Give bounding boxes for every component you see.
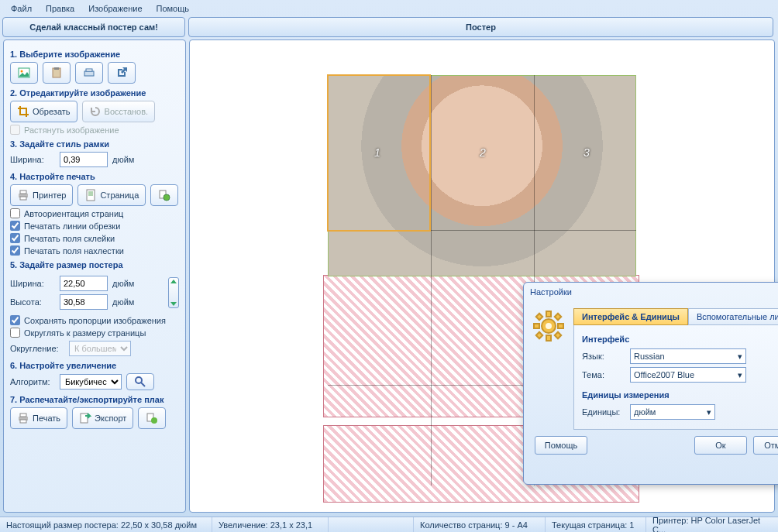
round-page-label: Округлять к размеру страницы bbox=[24, 328, 146, 338]
round-page-checkbox[interactable] bbox=[10, 328, 20, 338]
svg-point-28 bbox=[546, 323, 552, 329]
status-pages: Количество страниц: 9 - A4 bbox=[414, 517, 546, 532]
print-button[interactable]: Печать bbox=[10, 407, 67, 429]
page-btn-label: Страница bbox=[100, 190, 139, 200]
export-button[interactable]: Экспорт bbox=[72, 407, 133, 429]
svg-rect-20 bbox=[546, 311, 551, 317]
tab-interface-units[interactable]: Интерфейс & Единицы bbox=[573, 308, 688, 325]
svg-rect-22 bbox=[534, 324, 539, 328]
printer-icon bbox=[17, 412, 29, 424]
glue-margins-row[interactable]: Печатать поля склейки bbox=[10, 233, 179, 243]
svg-rect-4 bbox=[84, 71, 94, 76]
step5-title: 5. Задайте размер постера bbox=[10, 260, 179, 269]
svg-rect-7 bbox=[20, 190, 26, 194]
rounding-label: Округление: bbox=[10, 344, 64, 353]
poster-tab-button[interactable]: Постер bbox=[188, 17, 773, 37]
page-number: 3 bbox=[584, 146, 590, 159]
group-interface: Интерфейс bbox=[582, 335, 778, 344]
cut-lines-checkbox[interactable] bbox=[10, 221, 20, 231]
stretch-checkbox-row[interactable]: Растянуть изображение bbox=[10, 125, 179, 135]
units-select[interactable]: дюйм▾ bbox=[630, 404, 715, 420]
poster-width-input[interactable] bbox=[60, 276, 108, 291]
svg-rect-21 bbox=[546, 335, 551, 341]
undo-icon bbox=[89, 105, 102, 118]
step3-title: 3. Задайте стиль рамки bbox=[10, 139, 179, 149]
grid-line-vertical bbox=[431, 75, 432, 486]
menu-help[interactable]: Помощь bbox=[150, 2, 196, 15]
tab-aux-lines[interactable]: Вспомогательные линии bbox=[688, 308, 778, 325]
promo-button[interactable]: Сделай классный постер сам! bbox=[2, 17, 185, 37]
scanner-icon bbox=[83, 67, 95, 79]
export-btn-label: Экспорт bbox=[95, 414, 126, 423]
poster-height-input[interactable] bbox=[60, 294, 108, 310]
crop-label: Обрезать bbox=[33, 107, 71, 116]
lang-select[interactable]: Russian▾ bbox=[630, 348, 746, 364]
chevron-down-icon: ▾ bbox=[707, 407, 711, 417]
export-settings-button[interactable] bbox=[138, 407, 166, 429]
restore-button[interactable]: Восстанов. bbox=[82, 101, 156, 122]
status-spacer bbox=[329, 517, 414, 532]
crop-button[interactable]: Обрезать bbox=[10, 101, 77, 122]
svg-rect-16 bbox=[81, 414, 88, 423]
status-real-size: Настоящий размер постера: 22,50 x 30,58 … bbox=[0, 517, 212, 532]
size-spinner[interactable] bbox=[168, 277, 179, 308]
cut-lines-row[interactable]: Печатать линии обрезки bbox=[10, 221, 179, 231]
auto-orient-row[interactable]: Автоориентация страниц bbox=[10, 208, 179, 218]
keep-aspect-row[interactable]: Сохранять пропорции изображения bbox=[10, 315, 179, 325]
poster-width-label: Ширина: bbox=[10, 279, 55, 288]
group-units: Единицы измерения bbox=[582, 390, 778, 400]
clipboard-icon bbox=[50, 67, 63, 79]
menu-file[interactable]: Файл bbox=[5, 2, 38, 15]
keep-aspect-checkbox[interactable] bbox=[10, 315, 20, 325]
page-gear-icon bbox=[146, 412, 158, 424]
frame-width-unit: дюйм bbox=[112, 155, 134, 164]
frame-width-label: Ширина: bbox=[10, 155, 55, 164]
magnifier-icon bbox=[134, 376, 146, 388]
auto-orient-checkbox[interactable] bbox=[10, 208, 20, 218]
page-settings-button[interactable] bbox=[150, 184, 178, 206]
page-number: 2 bbox=[480, 146, 486, 159]
svg-rect-26 bbox=[536, 332, 542, 338]
theme-label: Тема: bbox=[582, 370, 624, 379]
chevron-down-icon: ▾ bbox=[738, 370, 742, 380]
dialog-cancel-button[interactable]: Отмена bbox=[753, 436, 778, 455]
round-page-row[interactable]: Округлять к размеру страницы bbox=[10, 328, 179, 338]
stretch-checkbox[interactable] bbox=[10, 125, 20, 135]
rounding-select[interactable]: К большем bbox=[69, 341, 131, 356]
dialog-help-button[interactable]: Помощь bbox=[535, 436, 587, 455]
step1-title: 1. Выберите изображение bbox=[10, 50, 179, 59]
open-image-button[interactable] bbox=[10, 62, 38, 84]
zoom-preview-button[interactable] bbox=[126, 373, 154, 390]
recent-image-button[interactable] bbox=[108, 62, 136, 84]
svg-point-12 bbox=[136, 377, 142, 383]
glue-margins-checkbox[interactable] bbox=[10, 233, 20, 243]
paste-image-button[interactable] bbox=[43, 62, 71, 84]
scan-image-button[interactable] bbox=[75, 62, 103, 84]
stretch-label: Растянуть изображение bbox=[24, 125, 119, 135]
menu-edit[interactable]: Правка bbox=[40, 2, 81, 15]
overlap-row[interactable]: Печатать поля нахлестки bbox=[10, 245, 179, 256]
chevron-down-icon: ▾ bbox=[738, 352, 742, 362]
svg-point-1 bbox=[21, 70, 23, 73]
page-button[interactable]: Страница bbox=[77, 184, 146, 206]
svg-rect-3 bbox=[54, 67, 59, 70]
algo-select[interactable]: Бикубическ bbox=[60, 374, 122, 390]
menu-image[interactable]: Изображение bbox=[82, 2, 148, 15]
status-printer: Принтер: HP Color LaserJet C... bbox=[646, 517, 778, 532]
step6-title: 6. Настройте увеличение bbox=[10, 361, 179, 370]
printer-icon bbox=[17, 189, 29, 201]
overlap-checkbox[interactable] bbox=[10, 245, 20, 256]
svg-point-11 bbox=[164, 194, 170, 201]
cut-lines-label: Печатать линии обрезки bbox=[24, 221, 120, 231]
step2-title: 2. Отредактируйте изображение bbox=[10, 88, 179, 98]
poster-height-label: Высота: bbox=[10, 297, 55, 307]
dialog-ok-button[interactable]: Ок bbox=[694, 436, 747, 455]
dialog-titlebar[interactable]: Настройки ✕ bbox=[524, 283, 778, 301]
printer-button[interactable]: Принтер bbox=[10, 184, 73, 206]
poster-width-unit: дюйм bbox=[112, 279, 134, 288]
theme-select[interactable]: Office2007 Blue▾ bbox=[630, 367, 746, 383]
frame-width-input[interactable] bbox=[60, 152, 108, 167]
tab-pane: Интерфейс Язык: Russian▾ Тема: Office200… bbox=[573, 324, 778, 430]
crop-icon bbox=[17, 105, 29, 118]
page-icon bbox=[84, 189, 97, 201]
